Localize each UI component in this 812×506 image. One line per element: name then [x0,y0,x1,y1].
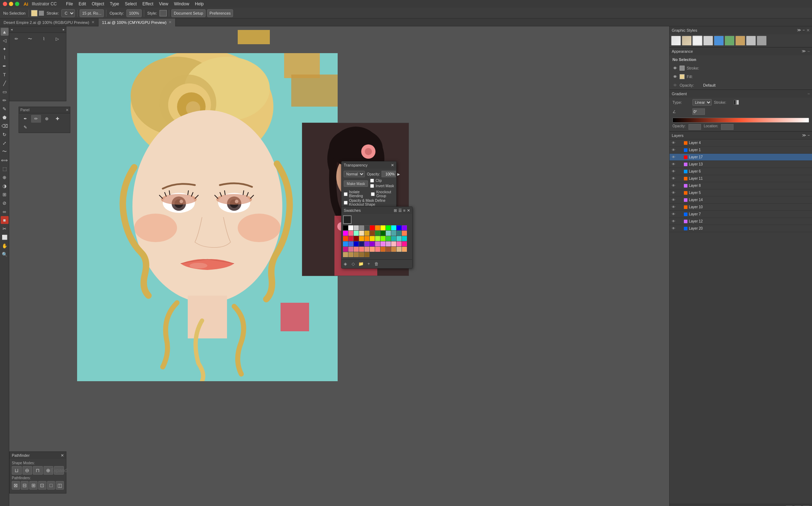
swatch-color[interactable] [348,241,353,246]
style-swatch-6[interactable] [725,36,735,46]
swatch-color[interactable] [364,247,369,252]
gradient-type-select[interactable]: Linear [692,99,712,106]
make-mask-btn[interactable]: Make Mask [344,180,368,187]
swatch-color[interactable] [397,231,402,236]
tool-free-transform[interactable]: ⬚ [1,165,9,173]
doc-setup-btn[interactable]: Document Setup [171,9,206,17]
gradient-header[interactable]: Gradient − [670,90,812,98]
swatch-color[interactable] [354,241,359,246]
tool-rectangle[interactable]: ▭ [1,88,9,96]
swatch-color[interactable] [380,236,385,241]
tool-rotate[interactable]: ↻ [1,131,9,138]
graphic-styles-header[interactable]: Graphic Styles ≫ − ✕ [670,26,812,34]
tool-shape-builder[interactable]: ⊕ [1,173,9,181]
swatch-color[interactable] [343,236,348,241]
layer-visibility-toggle[interactable]: 👁 [671,212,676,217]
swatch-color[interactable] [375,247,380,252]
style-swatch-1[interactable] [671,36,681,46]
tool-pen[interactable]: ✒ [1,62,9,70]
swatches-swatch-options[interactable]: ◇ [349,260,357,267]
layer-item[interactable]: 👁 Layer 1 [670,147,812,154]
swatches-new-swatch[interactable]: + [365,260,372,267]
menu-help[interactable]: Help [195,1,204,6]
swatch-color[interactable] [364,225,369,230]
swatches-new-color-group[interactable]: 📁 [357,260,364,267]
layer-item[interactable]: 👁 Layer 6 [670,168,812,175]
swatch-color[interactable] [380,247,385,252]
swatch-color[interactable] [348,236,353,241]
style-swatch-2[interactable] [682,36,692,46]
layer-lock-toggle[interactable] [677,190,682,195]
menu-effect[interactable]: Effect [142,1,153,6]
swatch-color[interactable] [402,225,407,230]
layer-lock-toggle[interactable] [677,205,682,210]
layer-visibility-toggle[interactable]: 👁 [671,219,676,224]
grad-location-input[interactable] [721,124,733,130]
layer-visibility-toggle[interactable]: 👁 [671,198,676,203]
window-controls[interactable] [3,2,19,6]
swatch-color[interactable] [348,231,353,236]
minimize-window-btn[interactable] [9,2,13,6]
layer-item[interactable]: 👁 Layer 13 [670,161,812,168]
layer-lock-toggle[interactable] [677,148,682,153]
clip-checkbox[interactable] [370,179,374,183]
swatch-color[interactable] [359,252,364,257]
divide-btn[interactable]: ⊠ [12,481,20,490]
layer-visibility-toggle[interactable]: 👁 [671,190,676,195]
swatch-color[interactable] [343,247,348,252]
tool-gradient[interactable]: ◑ [1,182,9,190]
swatches-menu[interactable]: ≡ [403,208,405,213]
swatch-color[interactable] [370,241,375,246]
tool-text[interactable]: T [1,71,9,78]
knockout-group-checkbox[interactable] [371,192,375,196]
tool-scissors[interactable]: ✂ [1,225,9,232]
swatch-color[interactable] [386,247,391,252]
layer-lock-toggle[interactable] [677,198,682,203]
swatch-color[interactable] [386,241,391,246]
swatch-color[interactable] [354,231,359,236]
menu-window[interactable]: Window [174,1,189,6]
fill-visibility[interactable]: 👁 [672,74,677,79]
layer-lock-toggle[interactable] [677,176,682,181]
swatch-color[interactable] [391,231,396,236]
artwork-canvas[interactable] [77,53,338,381]
swatch-color[interactable] [380,241,385,246]
swatch-color[interactable] [364,241,369,246]
tool-line[interactable]: ╱ [1,79,9,87]
layer-lock-toggle[interactable] [677,212,682,217]
opacity-mask-checkbox[interactable] [344,201,348,205]
layer-lock-toggle[interactable] [677,140,682,145]
layer-visibility-toggle[interactable]: 👁 [671,155,676,160]
swatch-color[interactable] [354,247,359,252]
swatch-color[interactable] [354,252,359,257]
layer-item[interactable]: 👁 Layer 17 [670,154,812,161]
sub-brush-4[interactable]: ✚ [52,115,62,123]
layer-visibility-toggle[interactable]: 👁 [671,140,676,145]
tab-close-btn[interactable]: ✕ [168,20,172,25]
tab-desert-empire[interactable]: Desert Empire 2.ai @ 100% (RGB/GPU Previ… [0,19,99,26]
swatch-color[interactable] [364,231,369,236]
swatch-color[interactable] [370,236,375,241]
style-swatch-8[interactable] [746,36,756,46]
swatch-color[interactable] [397,247,402,252]
sub-brush-1[interactable]: ✒ [20,115,30,123]
layer-item[interactable]: 👁 Layer 11 [670,175,812,182]
swatch-color[interactable] [370,247,375,252]
transparency-close[interactable]: ✕ [391,163,394,168]
swatch-color[interactable] [397,236,402,241]
swatch-color[interactable] [359,247,364,252]
layers-expand[interactable]: ≫ [802,133,806,138]
style-swatch-9[interactable] [757,36,767,46]
layer-visibility-toggle[interactable]: 👁 [671,176,676,181]
swatch-color[interactable] [397,225,402,230]
layer-visibility-toggle[interactable]: 👁 [671,205,676,210]
layer-lock-toggle[interactable] [677,219,682,224]
swatch-color[interactable] [402,236,407,241]
layer-lock-toggle[interactable] [677,155,682,160]
swatch-color[interactable] [397,241,402,246]
tab-close-btn[interactable]: ✕ [91,20,95,25]
swatch-color[interactable] [391,241,396,246]
menu-view[interactable]: View [159,1,168,6]
appearance-header[interactable]: Appearance ≫ − [670,47,812,55]
swatch-color[interactable] [359,225,364,230]
